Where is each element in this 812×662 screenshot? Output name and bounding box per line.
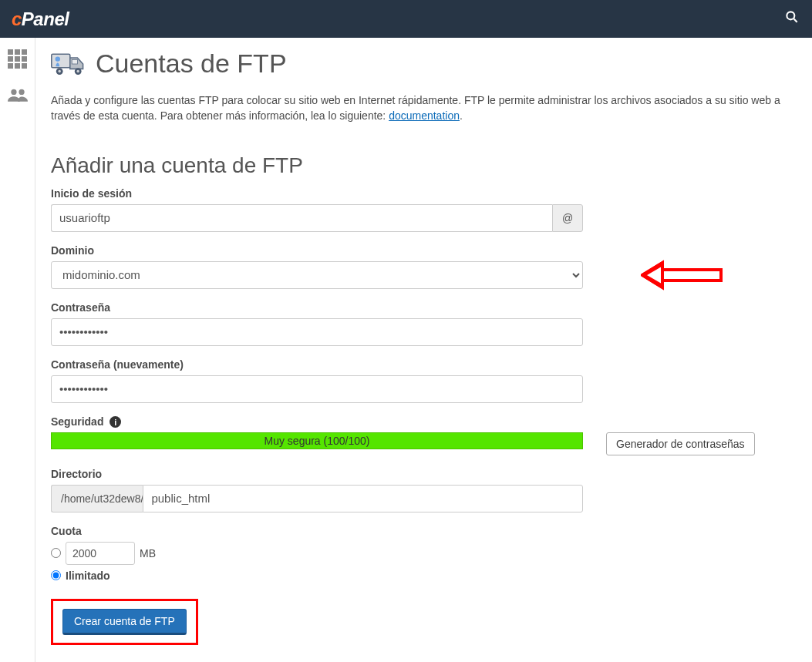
password-again-input[interactable] (51, 375, 583, 403)
main-content: Cuentas de FTP Añada y configure las cue… (35, 38, 812, 662)
strength-label-text: Seguridad (51, 415, 103, 428)
password-again-group: Contraseña (nuevamente) (51, 358, 797, 403)
page-title: Cuentas de FTP (96, 49, 287, 78)
add-ftp-heading: Añadir una cuenta de FTP (51, 153, 797, 178)
password-again-label: Contraseña (nuevamente) (51, 358, 797, 371)
password-strength-bar: Muy segura (100/100) (51, 432, 583, 449)
svg-point-3 (19, 89, 24, 94)
svg-line-1 (794, 18, 797, 22)
logo-text: Panel (22, 8, 69, 29)
directory-label: Directorio (51, 468, 797, 480)
svg-rect-6 (72, 59, 77, 64)
directory-prefix: /home/ut32dew8/ (51, 485, 143, 512)
login-group: Inicio de sesión @ (51, 187, 797, 232)
directory-group: Directorio /home/ut32dew8/ (51, 468, 797, 512)
logo-accent: c (12, 8, 22, 29)
svg-point-2 (11, 89, 16, 94)
sidebar (0, 38, 35, 662)
directory-input[interactable] (143, 485, 583, 512)
intro-text: Añada y configure las cuentas FTP para c… (51, 92, 797, 124)
grid-icon (8, 49, 27, 69)
password-input[interactable] (51, 318, 583, 346)
cpanel-logo: cPanel (12, 8, 69, 30)
domain-select[interactable]: midominio.com (51, 261, 583, 289)
login-input[interactable] (51, 204, 552, 232)
quota-label: Cuota (51, 525, 797, 537)
password-group: Contraseña (51, 301, 797, 346)
documentation-link[interactable]: documentation (389, 109, 460, 122)
ftp-truck-icon (51, 49, 88, 79)
password-generator-button[interactable]: Generador de contraseñas (606, 432, 755, 455)
app-header: cPanel (0, 0, 812, 38)
quota-group: Cuota MB Ilimitado (51, 525, 797, 582)
users-button[interactable] (6, 84, 29, 107)
strength-group: Seguridad i Muy segura (100/100) Generad… (51, 415, 797, 455)
quota-unlimited-radio[interactable] (51, 570, 61, 580)
search-icon[interactable] (783, 9, 800, 29)
users-icon (8, 86, 28, 106)
info-icon[interactable]: i (110, 416, 121, 428)
home-grid-button[interactable] (6, 47, 29, 70)
svg-point-10 (76, 70, 79, 73)
svg-point-0 (787, 12, 794, 19)
password-label: Contraseña (51, 301, 797, 314)
quota-number-input[interactable] (66, 542, 135, 565)
quota-unlimited-label: Ilimitado (66, 570, 110, 582)
svg-point-8 (58, 70, 61, 73)
login-label: Inicio de sesión (51, 187, 797, 200)
domain-label: Dominio (51, 244, 797, 257)
svg-rect-4 (52, 54, 70, 68)
create-ftp-account-button[interactable]: Crear cuenta de FTP (62, 609, 187, 635)
page-title-row: Cuentas de FTP (51, 49, 797, 79)
quota-number-radio[interactable] (51, 548, 61, 558)
strength-label: Seguridad i (51, 415, 583, 428)
quota-unit: MB (140, 547, 156, 560)
login-at-addon: @ (552, 204, 583, 232)
domain-group: Dominio midominio.com (51, 244, 797, 289)
svg-point-5 (56, 56, 60, 61)
submit-highlight-box: Crear cuenta de FTP (51, 599, 198, 645)
